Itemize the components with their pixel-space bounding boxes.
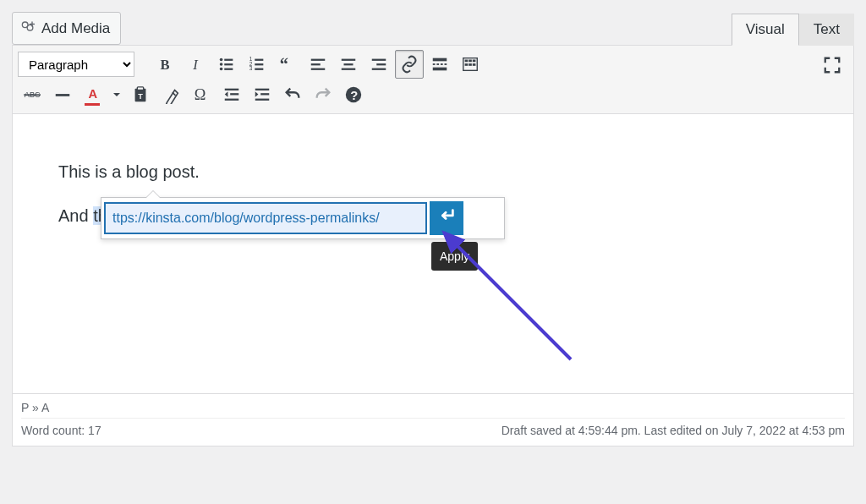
svg-rect-29	[441, 63, 443, 65]
link-button[interactable]	[395, 50, 424, 79]
svg-rect-35	[473, 60, 476, 63]
special-char-button[interactable]: Ω	[187, 80, 216, 109]
svg-rect-51	[260, 93, 269, 95]
tab-visual[interactable]: Visual	[732, 14, 799, 46]
svg-rect-21	[344, 63, 354, 65]
enter-icon	[437, 205, 456, 232]
svg-rect-41	[56, 94, 70, 96]
url-input[interactable]	[105, 203, 426, 233]
svg-rect-13	[255, 63, 263, 65]
svg-point-8	[220, 68, 223, 71]
help-button[interactable]: ?	[339, 80, 368, 109]
indent-button[interactable]	[248, 80, 277, 109]
editor-tabs: Visual Text	[732, 14, 854, 46]
svg-text:I: I	[192, 57, 199, 73]
svg-rect-38	[473, 63, 476, 66]
svg-rect-9	[224, 68, 233, 70]
media-icon	[19, 18, 36, 39]
svg-rect-17	[311, 59, 326, 61]
add-media-button[interactable]: Add Media	[12, 12, 121, 45]
toolbar-row-2: ABC A T Ω ?	[18, 79, 848, 110]
numbered-list-button[interactable]: 123	[243, 50, 271, 79]
svg-text:B: B	[161, 57, 170, 73]
svg-rect-30	[445, 63, 447, 65]
content-editor[interactable]: This is a blog post. And this is an inte…	[13, 114, 853, 393]
link-popup: Apply	[101, 197, 505, 239]
svg-rect-22	[342, 68, 356, 70]
svg-rect-49	[225, 99, 239, 101]
svg-rect-15	[255, 68, 263, 70]
format-dropdown[interactable]: Paragraph	[18, 52, 134, 77]
svg-text:?: ?	[350, 89, 358, 102]
toolbar-toggle-button[interactable]	[456, 50, 485, 79]
editor-wrap: Add Media Visual Text Paragraph B I 123 …	[0, 0, 866, 446]
word-count: Word count: 17	[21, 424, 101, 437]
apply-button[interactable]	[430, 201, 463, 235]
svg-rect-25	[372, 68, 386, 70]
paste-text-button[interactable]: T	[126, 80, 155, 109]
editor-shell: Paragraph B I 123 “ ABC A T	[12, 45, 854, 446]
svg-rect-48	[230, 93, 238, 95]
svg-rect-36	[465, 63, 469, 66]
text-color-button[interactable]: A	[79, 80, 107, 109]
toolbar: Paragraph B I 123 “ ABC A T	[13, 46, 853, 114]
italic-button[interactable]: I	[182, 50, 211, 79]
top-row: Add Media Visual Text	[12, 12, 854, 45]
apply-tooltip: Apply	[431, 242, 478, 271]
undo-button[interactable]	[278, 80, 307, 109]
status-bar: P » A Word count: 17 Draft saved at 4:59…	[13, 393, 853, 446]
bold-button[interactable]: B	[151, 50, 180, 79]
paragraph-1: This is a blog post.	[58, 158, 808, 185]
redo-button[interactable]	[309, 80, 337, 109]
element-path[interactable]: P » A	[21, 397, 845, 419]
svg-rect-27	[433, 63, 436, 65]
clear-format-button[interactable]	[156, 80, 185, 109]
svg-text:“: “	[280, 55, 288, 74]
align-left-button[interactable]	[304, 50, 332, 79]
svg-text:Ω: Ω	[195, 86, 206, 103]
toolbar-row-1: Paragraph B I 123 “	[18, 49, 848, 79]
svg-rect-28	[436, 63, 439, 65]
link-settings-button[interactable]	[467, 201, 501, 235]
hr-button[interactable]	[48, 80, 77, 109]
bullet-list-button[interactable]	[212, 50, 241, 79]
strikethrough-button[interactable]: ABC	[18, 80, 47, 109]
align-right-button[interactable]	[364, 50, 393, 79]
fullscreen-button[interactable]	[818, 51, 847, 79]
svg-rect-33	[465, 60, 469, 63]
svg-text:T: T	[138, 92, 143, 101]
blockquote-button[interactable]: “	[273, 50, 302, 79]
svg-rect-7	[224, 63, 233, 65]
svg-rect-47	[225, 89, 239, 90]
svg-rect-44	[137, 87, 143, 90]
svg-rect-23	[372, 59, 386, 61]
svg-point-6	[220, 63, 223, 66]
tab-text[interactable]: Text	[799, 14, 854, 46]
align-center-button[interactable]	[334, 50, 363, 79]
add-media-label: Add Media	[41, 20, 110, 37]
text-color-dropdown[interactable]	[109, 80, 124, 109]
svg-text:A: A	[89, 87, 98, 101]
svg-rect-37	[469, 63, 472, 66]
svg-rect-50	[255, 89, 270, 90]
outdent-button[interactable]	[217, 80, 246, 109]
svg-point-4	[220, 58, 223, 62]
read-more-button[interactable]	[425, 50, 454, 79]
svg-rect-34	[469, 60, 472, 63]
svg-rect-18	[311, 63, 321, 65]
svg-text:3: 3	[249, 65, 253, 71]
save-status: Draft saved at 4:59:44 pm. Last edited o…	[502, 424, 845, 437]
svg-rect-24	[376, 63, 386, 65]
svg-rect-19	[311, 68, 326, 70]
svg-rect-31	[433, 68, 447, 71]
svg-rect-20	[342, 59, 356, 61]
svg-rect-5	[224, 59, 233, 61]
svg-rect-26	[433, 58, 447, 62]
svg-rect-52	[255, 99, 270, 101]
svg-rect-11	[255, 59, 263, 61]
